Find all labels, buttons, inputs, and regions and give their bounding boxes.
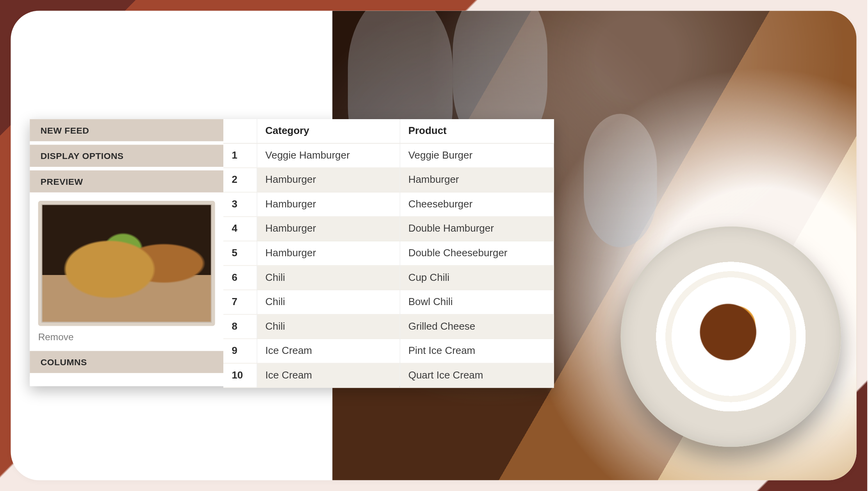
feed-table: Category Product 1Veggie HamburgerVeggie… [223,119,554,388]
row-category: Chili [257,314,399,339]
table-row[interactable]: 10Ice CreamQuart Ice Cream [223,363,554,388]
sidebar: NEW FEED DISPLAY OPTIONS PREVIEW Remove … [30,119,223,386]
row-product: Quart Ice Cream [400,363,554,388]
col-category[interactable]: Category [257,119,399,143]
row-index: 7 [223,290,257,314]
table-row[interactable]: 5HamburgerDouble Cheeseburger [223,241,554,266]
sidebar-item-display-options[interactable]: DISPLAY OPTIONS [30,145,223,171]
sidebar-spacer [30,377,223,382]
row-category: Hamburger [257,192,399,217]
row-index: 2 [223,168,257,192]
row-index: 8 [223,314,257,339]
table-row[interactable]: 8ChiliGrilled Cheese [223,314,554,339]
row-index: 9 [223,339,257,363]
row-index: 1 [223,143,257,168]
row-category: Hamburger [257,241,399,266]
col-product[interactable]: Product [400,119,554,143]
sidebar-item-preview[interactable]: PREVIEW [30,170,223,192]
remove-preview-link[interactable]: Remove [38,332,215,343]
row-product: Double Hamburger [400,217,554,241]
row-product: Double Cheeseburger [400,241,554,266]
water-glass-icon [584,114,657,248]
row-category: Chili [257,266,399,290]
row-category: Ice Cream [257,363,399,388]
row-index: 5 [223,241,257,266]
row-index: 3 [223,192,257,217]
table-row[interactable]: 3HamburgerCheeseburger [223,192,554,217]
table-row[interactable]: 9Ice CreamPint Ice Cream [223,339,554,363]
row-category: Hamburger [257,217,399,241]
table-row[interactable]: 7ChiliBowl Chili [223,290,554,314]
row-index: 6 [223,266,257,290]
editor-overlay: NEW FEED DISPLAY OPTIONS PREVIEW Remove … [30,119,554,386]
row-index: 10 [223,363,257,388]
table-row[interactable]: 2HamburgerHamburger [223,168,554,192]
table-header-row: Category Product [223,119,554,143]
row-category: Veggie Hamburger [257,143,399,168]
row-product: Pint Ice Cream [400,339,554,363]
row-product: Veggie Burger [400,143,554,168]
plate-icon [620,227,841,447]
row-category: Chili [257,290,399,314]
table-row[interactable]: 1Veggie HamburgerVeggie Burger [223,143,554,168]
row-index: 4 [223,217,257,241]
row-product: Grilled Cheese [400,314,554,339]
row-product: Cheeseburger [400,192,554,217]
row-category: Hamburger [257,168,399,192]
preview-panel: Remove [30,193,223,349]
row-product: Bowl Chili [400,290,554,314]
table-row[interactable]: 4HamburgerDouble Hamburger [223,217,554,241]
col-index [223,119,257,143]
sidebar-item-new-feed[interactable]: NEW FEED [30,119,223,145]
row-category: Ice Cream [257,339,399,363]
row-product: Hamburger [400,168,554,192]
row-product: Cup Chili [400,266,554,290]
sidebar-item-columns[interactable]: COLUMNS [30,351,223,377]
feed-table-wrap: Category Product 1Veggie HamburgerVeggie… [223,119,554,386]
table-row[interactable]: 6ChiliCup Chili [223,266,554,290]
preview-image[interactable] [38,201,215,326]
